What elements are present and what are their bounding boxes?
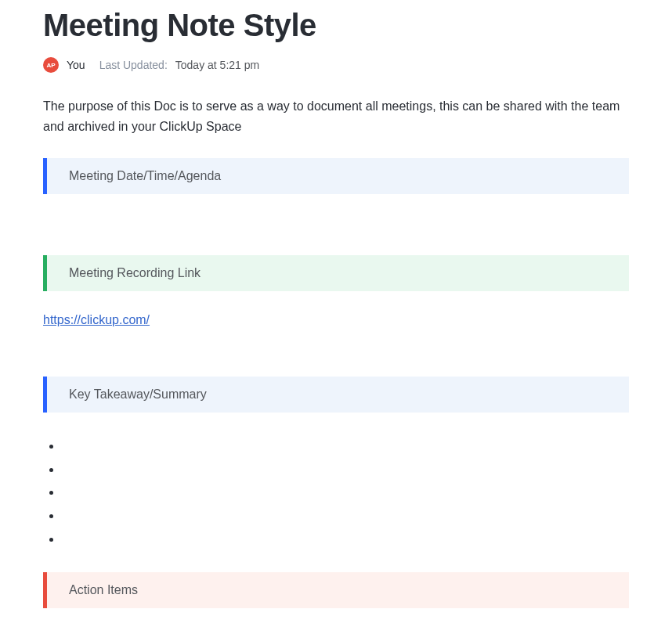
last-updated-value: Today at 5:21 pm (175, 59, 259, 71)
spacer (43, 349, 629, 377)
recording-link[interactable]: https://clickup.com/ (43, 313, 150, 327)
list-item[interactable] (62, 458, 629, 481)
takeaway-list[interactable] (43, 434, 629, 550)
takeaway-heading: Key Takeaway/Summary (47, 377, 629, 413)
list-item[interactable] (62, 481, 629, 504)
agenda-heading: Meeting Date/Time/Agenda (47, 158, 629, 194)
list-item[interactable] (62, 528, 629, 551)
agenda-callout[interactable]: Meeting Date/Time/Agenda (43, 158, 629, 194)
recording-callout[interactable]: Meeting Recording Link (43, 255, 629, 291)
list-item[interactable] (62, 434, 629, 458)
doc-meta-row: AP You Last Updated: Today at 5:21 pm (43, 57, 629, 73)
page-title: Meeting Note Style (43, 8, 629, 43)
author-name[interactable]: You (67, 59, 85, 71)
action-items-callout[interactable]: Action Items (43, 572, 629, 608)
last-updated-label: Last Updated: (99, 59, 168, 71)
avatar[interactable]: AP (43, 57, 59, 73)
list-item[interactable] (62, 504, 629, 528)
recording-heading: Meeting Recording Link (47, 255, 629, 291)
spacer (43, 216, 629, 255)
intro-paragraph[interactable]: The purpose of this Doc is to serve as a… (43, 96, 629, 136)
takeaway-callout[interactable]: Key Takeaway/Summary (43, 377, 629, 413)
action-items-heading: Action Items (47, 572, 629, 608)
